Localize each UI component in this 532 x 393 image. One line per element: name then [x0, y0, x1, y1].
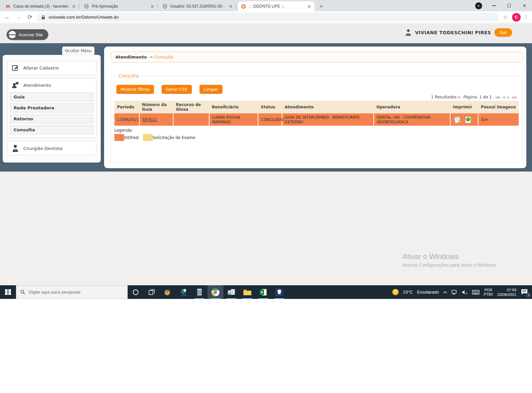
svg-text:X: X [261, 290, 263, 294]
weather-condition[interactable]: Ensolarado [417, 290, 439, 295]
chrome-app-icon[interactable] [207, 285, 223, 299]
taskbar-search[interactable] [16, 285, 128, 299]
browser-toolbar: ← → ⟳ unioweb.com.br/Odonto/Uniweb.do ☆ … [0, 11, 532, 23]
dentist-icon [11, 144, 19, 152]
first-page-icon[interactable]: ◀◀ [495, 95, 499, 99]
paint-app-icon[interactable] [160, 285, 176, 299]
col-possui-imagens: Possui Imagens [478, 101, 519, 113]
close-icon[interactable]: ✕ [228, 4, 233, 9]
tab-title: .:: ODONTO LIFE ::. [249, 4, 304, 9]
guia-link[interactable]: 587511 [142, 117, 157, 122]
breadcrumb-arrow-icon: → [149, 55, 153, 60]
sidebar-item-consulta[interactable]: Consulta [10, 125, 93, 134]
close-icon[interactable]: ✕ [307, 4, 312, 9]
running-indicator [226, 298, 236, 299]
forward-icon[interactable]: → [14, 13, 23, 22]
weather-sun-icon[interactable] [392, 289, 399, 295]
network-display-icon[interactable] [452, 290, 458, 295]
sidebar-item-atendimento[interactable]: Atendimento [7, 78, 96, 92]
last-page-icon[interactable]: ▶▶ [512, 95, 517, 99]
back-icon[interactable]: ← [3, 13, 12, 22]
maximize-button[interactable] [501, 0, 517, 11]
tab-usuario[interactable]: Usuário: 03.037.318/0001-35 - N ✕ [160, 1, 236, 11]
breadcrumb: Atendimento → Consulta [111, 52, 523, 63]
breadcrumb-current[interactable]: Consulta [155, 55, 174, 60]
cell-operadora: DENTAL UNI - COOPERATIVA ODONTOLOGICA [374, 113, 450, 126]
notification-badge: 3 [526, 293, 531, 297]
legend-block: Legenda: SIOFast Solicitação de Exame [114, 128, 199, 141]
tab-pre-aprovacao[interactable]: Pré Aprovação ✕ [81, 1, 158, 11]
table-header-row: Período Número da Guia Recurso de Glosa … [114, 101, 519, 113]
cell-numero-guia: 587511 [139, 113, 173, 126]
svg-text:U.N.N.A: U.N.N.A [181, 295, 187, 296]
excel-app-icon[interactable]: X [255, 285, 271, 299]
watermark-line1: Ativar o Windows [402, 252, 497, 261]
prev-page-icon[interactable]: ◀ [502, 95, 504, 99]
touch-keyboard-icon[interactable] [472, 290, 479, 295]
sidebar-item-rede-prestadora[interactable]: Rede Prestadora [10, 103, 93, 112]
sidebar-item-alterar-cadastro[interactable]: Alterar Cadastro [7, 61, 96, 75]
col-imprimir: Imprimir [450, 101, 478, 113]
close-window-button[interactable]: ✕ [517, 0, 532, 11]
next-page-icon[interactable]: ▶ [507, 95, 509, 99]
cortana-button[interactable] [128, 285, 144, 299]
window-controls: ▾ ✕ [471, 0, 532, 11]
tray-chevron-up-icon[interactable] [443, 291, 447, 294]
col-operadora: Operadora [374, 101, 450, 113]
weather-temp[interactable]: 23°C [403, 290, 413, 295]
browser-avatar[interactable]: C [512, 13, 521, 22]
cell-beneficiario: LUANA ROCHA MARINHO [209, 113, 258, 126]
globe-icon [84, 4, 89, 9]
close-icon[interactable]: ✕ [150, 4, 155, 9]
sidebar-item-retorno[interactable]: Retorno [10, 114, 93, 123]
sidebar-item-guia[interactable]: Guia [10, 92, 93, 101]
cell-status: CONCLUÍDO [258, 113, 282, 126]
cell-periodo: 17/06/2021 [114, 113, 139, 126]
main-panel: Atendimento → Consulta Consulta Mostrar … [104, 47, 526, 168]
action-center-icon[interactable]: 3 [521, 289, 529, 296]
watermark-line2: Acesse Configurações para ativar o Windo… [402, 262, 497, 268]
running-indicator [274, 298, 284, 299]
hide-menu-button[interactable]: Ocultar Menu [62, 47, 94, 55]
language-indicator[interactable]: POR PTB2 [484, 288, 493, 297]
clock-time: 07:59 [497, 288, 516, 292]
search-icon [20, 290, 25, 295]
tab-gmail[interactable]: M Caixa de entrada (3) - facentercri ✕ [3, 1, 79, 11]
search-input[interactable] [29, 290, 123, 295]
taskbar-clock[interactable]: 07:59 23/08/2021 [497, 288, 516, 297]
access-site-button[interactable]: WWW Acessar Site [7, 29, 48, 40]
calculator-app-icon[interactable] [192, 285, 207, 299]
address-bar[interactable]: unioweb.com.br/Odonto/Uniweb.do [37, 13, 499, 22]
user-name: VIVIANE TODESCHINI PIRES [415, 30, 491, 35]
browser-update-icon[interactable]: ▾ [471, 0, 486, 11]
gerar-csv-button[interactable]: Gerar CSV [162, 85, 192, 94]
unna-app-icon[interactable]: U.N.N.A [176, 285, 192, 299]
print-with-images-icon[interactable] [464, 115, 472, 124]
sidebar-section-atendimento: Atendimento Guia Rede Prestadora Retorno… [7, 78, 96, 138]
bookmark-star-icon[interactable]: ☆ [501, 13, 510, 22]
browser-menu-icon[interactable]: ⋮ [523, 14, 529, 20]
reload-icon[interactable]: ⟳ [25, 13, 35, 22]
legend-swatch-siofast [114, 134, 124, 141]
close-icon[interactable]: ✕ [71, 4, 76, 9]
lock-icon [41, 15, 45, 20]
limpar-button[interactable]: Limpar [200, 85, 222, 94]
volume-muted-icon[interactable] [462, 290, 468, 295]
language-line2: PTB2 [484, 292, 493, 297]
scanner-app-icon[interactable] [223, 285, 239, 299]
file-explorer-icon[interactable] [239, 285, 255, 299]
minimize-button[interactable] [486, 0, 501, 11]
sidebar-item-cirurgiao-dentista[interactable]: Cirurgião Dentista [7, 141, 96, 155]
print-guide-icon[interactable] [453, 115, 462, 124]
logout-button[interactable]: Sair [494, 28, 512, 37]
task-view-button[interactable] [144, 285, 160, 299]
running-indicator [242, 298, 252, 299]
running-indicator [195, 298, 204, 299]
menu-label: Alterar Cadastro [23, 66, 59, 70]
consulta-fieldset: Consulta Mostrar filtros Gerar CSV Limpa… [111, 76, 522, 163]
dental-app-icon[interactable] [271, 285, 287, 299]
start-button[interactable] [0, 285, 16, 299]
new-tab-button[interactable]: + [317, 2, 326, 11]
mostrar-filtros-button[interactable]: Mostrar filtros [116, 85, 154, 94]
tab-odonto-life-active[interactable]: .:: ODONTO LIFE ::. ✕ [238, 1, 315, 11]
